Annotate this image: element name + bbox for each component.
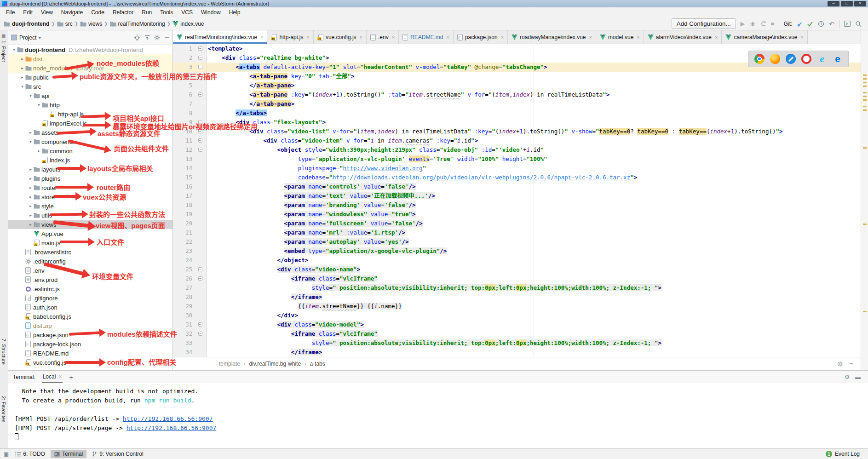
code-line-28[interactable]: 28 </iframe>: [173, 293, 861, 302]
editor-breadcrumb-item[interactable]: div.realTime.bg-white: [249, 361, 301, 367]
close-icon[interactable]: ×: [800, 34, 803, 40]
tree-item-.browserslistrc[interactable]: .browserslistrc: [8, 247, 172, 257]
new-terminal-session-button[interactable]: +: [69, 373, 73, 381]
statusbar-9--Version-Control[interactable]: 9: Version Control: [88, 450, 147, 458]
fold-toggle-icon[interactable]: −: [198, 74, 202, 78]
chevron-right-icon[interactable]: ▸: [28, 167, 34, 172]
code-line-8[interactable]: 8 </a-tabs>: [173, 109, 861, 118]
fold-toggle-icon[interactable]: −: [198, 92, 202, 97]
rollback-icon[interactable]: ↶: [829, 20, 834, 28]
sidebar-item-project[interactable]: 1: Project: [1, 40, 6, 62]
git-update-icon[interactable]: ↙: [797, 20, 803, 28]
code-line-9[interactable]: 9− <div class="flex-layouts">: [173, 118, 861, 127]
code-line-16[interactable]: 16 <param name='controls' value='false'/…: [173, 182, 861, 191]
code-line-5[interactable]: 5 </a-tab-pane>: [173, 81, 861, 90]
menu-edit[interactable]: Edit: [19, 8, 37, 17]
code-line-22[interactable]: 22 <param name='autoplay' value='yes'/>: [173, 237, 861, 247]
statusbar-6--TODO[interactable]: 6: TODO: [11, 450, 49, 458]
menu-tools[interactable]: Tools: [156, 8, 177, 17]
tree-item-public[interactable]: ▸public: [8, 73, 172, 82]
hide-panel-icon[interactable]: ▬: [855, 374, 861, 380]
close-icon[interactable]: ×: [637, 34, 639, 40]
tree-item-src[interactable]: ▾src: [8, 82, 172, 91]
tab-package.json[interactable]: {}package.json×: [454, 30, 508, 44]
breadcrumb-item-views[interactable]: views: [80, 21, 102, 27]
tab-realTimeMonitoring-index.vue[interactable]: realTimeMonitoring\index.vue×: [173, 30, 267, 44]
breadcrumb-item-src[interactable]: src: [57, 21, 73, 27]
tree-item-common[interactable]: ▸common: [8, 146, 172, 155]
terminal-tab-local[interactable]: Local ×: [42, 372, 63, 383]
tab-vue.config.js[interactable]: JSvue.config.js×: [314, 30, 367, 44]
tree-item-README.md[interactable]: README.md: [8, 349, 172, 358]
code-line-25[interactable]: 25− <div class="video-name">: [173, 265, 861, 274]
git-commit-icon[interactable]: [807, 21, 813, 27]
fold-toggle-icon[interactable]: −: [198, 148, 202, 152]
code-line-18[interactable]: 18 <param name='branding' value='false'/…: [173, 201, 861, 210]
editor-breadcrumb-item[interactable]: template: [219, 361, 240, 367]
tree-item-main.js[interactable]: JSmain.js: [8, 238, 172, 247]
tab-alarmVideos-index.vue[interactable]: alarmVideos\index.vue×: [644, 30, 722, 44]
collapse-all-icon[interactable]: [144, 35, 150, 40]
fold-toggle-icon[interactable]: −: [198, 65, 202, 69]
chevron-right-icon[interactable]: ▸: [28, 195, 34, 199]
sidebar-item-favorites[interactable]: 2: Favorites: [1, 396, 6, 422]
fold-toggle-icon[interactable]: −: [198, 276, 202, 281]
close-icon[interactable]: ×: [360, 34, 362, 40]
tree-item-.env[interactable]: .env: [8, 266, 172, 275]
tree-item-layouts[interactable]: ▸layouts: [8, 165, 172, 174]
tree-item-dist[interactable]: ▸dist: [8, 54, 172, 63]
edge-icon[interactable]: e: [833, 54, 843, 64]
maximize-button[interactable]: □: [841, 1, 853, 6]
tab-.env[interactable]: .env×: [367, 30, 399, 44]
chevron-right-icon[interactable]: ▸: [28, 204, 34, 208]
code-line-33[interactable]: 33 style=" position:absolute;visibility:…: [173, 339, 861, 348]
terminal-link[interactable]: http://192.168.66.56:9007: [123, 415, 213, 422]
tree-item-assets[interactable]: ▸assets: [8, 128, 172, 137]
tree-item-store[interactable]: ▸store: [8, 192, 172, 201]
chevron-right-icon[interactable]: ▸: [28, 185, 34, 190]
close-icon[interactable]: ×: [58, 373, 62, 380]
tab-README.md[interactable]: README.md×: [399, 30, 454, 44]
chevron-right-icon[interactable]: ▸: [28, 176, 34, 181]
tree-item-babel.config.js[interactable]: JSbabel.config.js: [8, 312, 172, 321]
tree-item-.gitignore[interactable]: .gitignore: [8, 293, 172, 303]
menu-vcs[interactable]: VCS: [177, 8, 197, 17]
close-icon[interactable]: ×: [392, 34, 395, 40]
close-icon[interactable]: ×: [501, 34, 504, 40]
menu-file[interactable]: File: [2, 8, 19, 17]
breadcrumb-item-duoji-frontend[interactable]: duoji-frontend: [4, 21, 49, 27]
tree-item-.env.prod[interactable]: .env.prod: [8, 275, 172, 284]
safari-icon[interactable]: [786, 54, 796, 64]
terminal-link[interactable]: http://192.168.66.56:9007: [126, 425, 217, 431]
code-line-7[interactable]: 7 </a-tab-pane>: [173, 99, 861, 109]
hide-icon[interactable]: [849, 361, 854, 367]
tree-item-package.json[interactable]: {}package.json: [8, 330, 172, 339]
tree-item-dist.zip[interactable]: dist.zip: [8, 321, 172, 330]
project-panel-title[interactable]: Project ▾: [11, 34, 41, 41]
tree-item-duoji-frontend[interactable]: ▾duoji-frontendD:\zheheWeb\duoji-fronten…: [8, 45, 172, 54]
code-line-17[interactable]: 17 <param name='text' value='正在加载视频中...'…: [173, 191, 861, 201]
gear-icon[interactable]: [154, 34, 160, 40]
chevron-right-icon[interactable]: ▸: [28, 222, 34, 227]
tab-cameraManage-index.vue[interactable]: cameraManage\index.vue×: [722, 30, 808, 44]
run-icon[interactable]: ▶: [741, 20, 745, 27]
hide-icon[interactable]: [164, 35, 170, 40]
minimize-button[interactable]: –: [828, 1, 839, 6]
tab-model.vue[interactable]: model.vue×: [596, 30, 644, 44]
code-line-15[interactable]: 15 codebase="http://downloads.videolan.o…: [173, 173, 861, 182]
menu-refactor[interactable]: Refactor: [109, 8, 138, 17]
code-line-6[interactable]: 6− <a-tab-pane :key="(index+1).toString(…: [173, 90, 861, 99]
history-icon[interactable]: [818, 21, 824, 27]
tree-item-api[interactable]: ▾api: [8, 91, 172, 100]
fold-toggle-icon[interactable]: −: [198, 129, 202, 133]
tree-item-nodemodules[interactable]: ▸node_moduleslibrary root: [8, 63, 172, 73]
coverage-icon[interactable]: [760, 21, 766, 27]
menu-view[interactable]: View: [37, 8, 57, 17]
tree-item-.eslintrc.js[interactable]: .eslintrc.js: [8, 284, 172, 293]
chevron-right-icon[interactable]: ▸: [19, 57, 25, 61]
stop-icon[interactable]: ■: [771, 21, 774, 27]
code-line-24[interactable]: 24 </object>: [173, 256, 861, 265]
breadcrumb-item-realTimeMonitoring[interactable]: realTimeMonitoring: [110, 21, 165, 27]
code-line-10[interactable]: 10− <div class="video-list" v-for="(item…: [173, 127, 861, 136]
chevron-down-icon[interactable]: ▾: [28, 93, 34, 98]
